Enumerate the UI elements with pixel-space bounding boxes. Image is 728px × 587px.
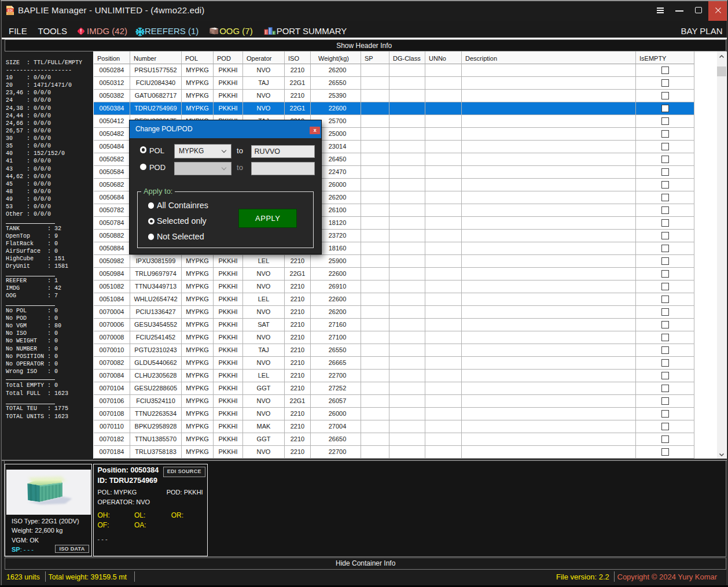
svg-text:!: ! (80, 28, 82, 34)
svg-text:EDI: EDI (8, 8, 13, 12)
